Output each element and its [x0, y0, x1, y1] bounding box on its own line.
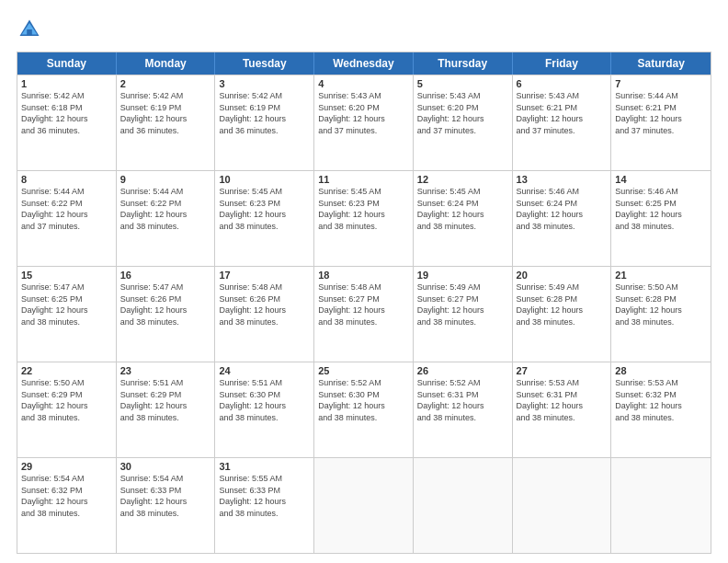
day-number: 14 — [615, 174, 707, 185]
day-info: Sunrise: 5:50 AM Sunset: 6:28 PM Dayligh… — [615, 282, 707, 327]
cal-cell: 21Sunrise: 5:50 AM Sunset: 6:28 PM Dayli… — [611, 267, 711, 362]
cal-cell: 26Sunrise: 5:52 AM Sunset: 6:31 PM Dayli… — [414, 362, 513, 457]
week-row-3: 15Sunrise: 5:47 AM Sunset: 6:25 PM Dayli… — [17, 266, 711, 362]
day-info: Sunrise: 5:44 AM Sunset: 6:22 PM Dayligh… — [120, 186, 211, 232]
cal-cell: 19Sunrise: 5:49 AM Sunset: 6:27 PM Dayli… — [414, 267, 513, 362]
day-info: Sunrise: 5:47 AM Sunset: 6:26 PM Dayligh… — [120, 282, 211, 327]
cal-cell: 24Sunrise: 5:51 AM Sunset: 6:30 PM Dayli… — [215, 362, 314, 457]
cal-cell: 11Sunrise: 5:45 AM Sunset: 6:23 PM Dayli… — [314, 171, 414, 266]
calendar-body: 1Sunrise: 5:42 AM Sunset: 6:18 PM Daylig… — [17, 75, 711, 553]
day-number: 16 — [120, 270, 211, 281]
calendar-header: SundayMondayTuesdayWednesdayThursdayFrid… — [17, 52, 711, 75]
day-info: Sunrise: 5:54 AM Sunset: 6:32 PM Dayligh… — [21, 473, 112, 519]
svg-rect-2 — [27, 29, 32, 36]
cal-cell: 9Sunrise: 5:44 AM Sunset: 6:22 PM Daylig… — [117, 171, 216, 266]
week-row-4: 22Sunrise: 5:50 AM Sunset: 6:29 PM Dayli… — [17, 362, 711, 457]
day-info: Sunrise: 5:51 AM Sunset: 6:29 PM Dayligh… — [120, 377, 211, 423]
logo — [17, 17, 46, 42]
day-info: Sunrise: 5:49 AM Sunset: 6:27 PM Dayligh… — [417, 282, 508, 327]
day-number: 30 — [120, 461, 211, 472]
cal-cell: 23Sunrise: 5:51 AM Sunset: 6:29 PM Dayli… — [117, 362, 216, 457]
day-number: 29 — [21, 461, 112, 472]
header-cell-tuesday: Tuesday — [215, 52, 314, 75]
cal-cell — [611, 458, 711, 553]
cal-cell: 3Sunrise: 5:42 AM Sunset: 6:19 PM Daylig… — [215, 75, 314, 170]
day-info: Sunrise: 5:52 AM Sunset: 6:31 PM Dayligh… — [417, 377, 508, 423]
calendar: SundayMondayTuesdayWednesdayThursdayFrid… — [17, 52, 711, 554]
day-number: 12 — [417, 174, 508, 185]
day-info: Sunrise: 5:43 AM Sunset: 6:20 PM Dayligh… — [318, 90, 409, 136]
day-number: 11 — [318, 174, 409, 185]
day-number: 21 — [615, 270, 707, 281]
header-cell-wednesday: Wednesday — [314, 52, 414, 75]
day-info: Sunrise: 5:46 AM Sunset: 6:24 PM Dayligh… — [517, 186, 608, 232]
day-info: Sunrise: 5:53 AM Sunset: 6:32 PM Dayligh… — [615, 377, 707, 423]
header-cell-friday: Friday — [513, 52, 612, 75]
day-info: Sunrise: 5:45 AM Sunset: 6:24 PM Dayligh… — [417, 186, 508, 232]
day-info: Sunrise: 5:44 AM Sunset: 6:21 PM Dayligh… — [615, 90, 707, 136]
cal-cell: 12Sunrise: 5:45 AM Sunset: 6:24 PM Dayli… — [414, 171, 513, 266]
cal-cell: 22Sunrise: 5:50 AM Sunset: 6:29 PM Dayli… — [17, 362, 117, 457]
cal-cell: 14Sunrise: 5:46 AM Sunset: 6:25 PM Dayli… — [611, 171, 711, 266]
header-cell-monday: Monday — [117, 52, 216, 75]
week-row-2: 8Sunrise: 5:44 AM Sunset: 6:22 PM Daylig… — [17, 170, 711, 266]
day-info: Sunrise: 5:50 AM Sunset: 6:29 PM Dayligh… — [21, 377, 112, 423]
cal-cell: 7Sunrise: 5:44 AM Sunset: 6:21 PM Daylig… — [611, 75, 711, 170]
day-info: Sunrise: 5:48 AM Sunset: 6:26 PM Dayligh… — [219, 282, 310, 327]
cal-cell: 30Sunrise: 5:54 AM Sunset: 6:33 PM Dayli… — [117, 458, 216, 553]
cal-cell: 10Sunrise: 5:45 AM Sunset: 6:23 PM Dayli… — [215, 171, 314, 266]
cal-cell: 28Sunrise: 5:53 AM Sunset: 6:32 PM Dayli… — [611, 362, 711, 457]
day-info: Sunrise: 5:46 AM Sunset: 6:25 PM Dayligh… — [615, 186, 707, 232]
cal-cell: 31Sunrise: 5:55 AM Sunset: 6:33 PM Dayli… — [215, 458, 314, 553]
day-number: 15 — [21, 270, 112, 281]
week-row-1: 1Sunrise: 5:42 AM Sunset: 6:18 PM Daylig… — [17, 75, 711, 170]
header — [17, 17, 711, 42]
cal-cell — [414, 458, 513, 553]
day-number: 8 — [21, 174, 112, 185]
day-info: Sunrise: 5:54 AM Sunset: 6:33 PM Dayligh… — [120, 473, 211, 519]
page: SundayMondayTuesdayWednesdayThursdayFrid… — [0, 0, 728, 563]
day-info: Sunrise: 5:55 AM Sunset: 6:33 PM Dayligh… — [219, 473, 310, 519]
cal-cell: 27Sunrise: 5:53 AM Sunset: 6:31 PM Dayli… — [513, 362, 612, 457]
day-number: 26 — [417, 365, 508, 376]
cal-cell: 13Sunrise: 5:46 AM Sunset: 6:24 PM Dayli… — [513, 171, 612, 266]
cal-cell: 6Sunrise: 5:43 AM Sunset: 6:21 PM Daylig… — [513, 75, 612, 170]
day-number: 23 — [120, 365, 211, 376]
cal-cell: 25Sunrise: 5:52 AM Sunset: 6:30 PM Dayli… — [314, 362, 414, 457]
cal-cell: 16Sunrise: 5:47 AM Sunset: 6:26 PM Dayli… — [117, 267, 216, 362]
day-info: Sunrise: 5:42 AM Sunset: 6:19 PM Dayligh… — [120, 90, 211, 136]
logo-icon — [17, 17, 42, 42]
cal-cell: 29Sunrise: 5:54 AM Sunset: 6:32 PM Dayli… — [17, 458, 117, 553]
cal-cell: 15Sunrise: 5:47 AM Sunset: 6:25 PM Dayli… — [17, 267, 117, 362]
cal-cell: 1Sunrise: 5:42 AM Sunset: 6:18 PM Daylig… — [17, 75, 117, 170]
day-number: 27 — [517, 365, 608, 376]
day-number: 20 — [517, 270, 608, 281]
day-number: 25 — [318, 365, 409, 376]
day-number: 1 — [21, 78, 112, 89]
cal-cell: 5Sunrise: 5:43 AM Sunset: 6:20 PM Daylig… — [414, 75, 513, 170]
day-info: Sunrise: 5:53 AM Sunset: 6:31 PM Dayligh… — [517, 377, 608, 423]
cal-cell: 4Sunrise: 5:43 AM Sunset: 6:20 PM Daylig… — [314, 75, 414, 170]
day-info: Sunrise: 5:49 AM Sunset: 6:28 PM Dayligh… — [517, 282, 608, 327]
day-info: Sunrise: 5:42 AM Sunset: 6:19 PM Dayligh… — [219, 90, 310, 136]
day-number: 9 — [120, 174, 211, 185]
day-number: 13 — [517, 174, 608, 185]
day-info: Sunrise: 5:42 AM Sunset: 6:18 PM Dayligh… — [21, 90, 112, 136]
day-info: Sunrise: 5:45 AM Sunset: 6:23 PM Dayligh… — [318, 186, 409, 232]
day-info: Sunrise: 5:52 AM Sunset: 6:30 PM Dayligh… — [318, 377, 409, 423]
header-cell-sunday: Sunday — [17, 52, 117, 75]
day-info: Sunrise: 5:47 AM Sunset: 6:25 PM Dayligh… — [21, 282, 112, 327]
day-number: 24 — [219, 365, 310, 376]
cal-cell — [513, 458, 612, 553]
day-number: 7 — [615, 78, 707, 89]
cal-cell: 18Sunrise: 5:48 AM Sunset: 6:27 PM Dayli… — [314, 267, 414, 362]
week-row-5: 29Sunrise: 5:54 AM Sunset: 6:32 PM Dayli… — [17, 457, 711, 553]
day-number: 4 — [318, 78, 409, 89]
day-number: 3 — [219, 78, 310, 89]
header-cell-saturday: Saturday — [611, 52, 711, 75]
day-info: Sunrise: 5:43 AM Sunset: 6:20 PM Dayligh… — [417, 90, 508, 136]
day-number: 22 — [21, 365, 112, 376]
day-number: 5 — [417, 78, 508, 89]
day-number: 28 — [615, 365, 707, 376]
day-number: 17 — [219, 270, 310, 281]
